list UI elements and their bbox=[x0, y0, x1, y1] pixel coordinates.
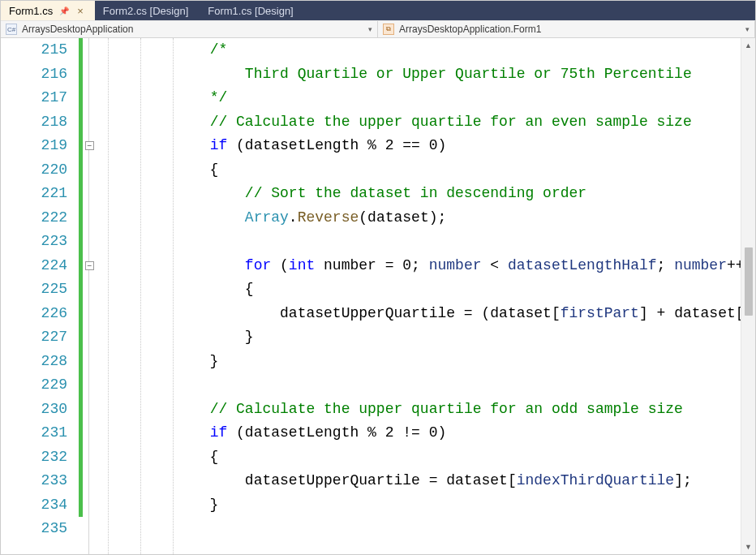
change-marker bbox=[79, 110, 85, 135]
line-number: 218 bbox=[1, 110, 79, 135]
fold-toggle[interactable]: − bbox=[85, 141, 94, 150]
line-number: 230 bbox=[1, 398, 79, 422]
change-marker bbox=[79, 182, 85, 206]
chevron-down-icon: ▾ bbox=[368, 25, 372, 33]
scope-project-label: ArraysDesktopApplication bbox=[22, 24, 133, 35]
scroll-down-button[interactable]: ▼ bbox=[741, 540, 756, 554]
change-marker-bar bbox=[79, 38, 85, 554]
code-line bbox=[100, 373, 741, 398]
change-marker bbox=[79, 254, 85, 278]
code-lines: /* Third Quartile or Upper Quartile or 7… bbox=[100, 38, 741, 541]
change-marker bbox=[79, 350, 85, 374]
change-marker bbox=[79, 373, 85, 398]
code-editor[interactable]: 2152162172182192202212222232242252262272… bbox=[1, 38, 755, 554]
tab-form1-cs[interactable]: Form1.cs 📌 × bbox=[1, 1, 95, 20]
line-number-gutter: 2152162172182192202212222232242252262272… bbox=[1, 38, 79, 554]
line-number: 232 bbox=[1, 445, 79, 470]
code-line: // Calculate the upper quartile for an o… bbox=[100, 398, 741, 422]
scroll-up-button[interactable]: ▲ bbox=[741, 38, 756, 53]
line-number: 223 bbox=[1, 230, 79, 254]
class-icon: ⧉ bbox=[383, 24, 394, 35]
change-marker bbox=[79, 38, 85, 62]
line-number: 217 bbox=[1, 86, 79, 110]
line-number: 234 bbox=[1, 493, 79, 518]
change-marker bbox=[79, 278, 85, 302]
line-number: 225 bbox=[1, 278, 79, 302]
tab-label: Form1.cs bbox=[9, 5, 53, 17]
code-line: { bbox=[100, 278, 741, 302]
code-area[interactable]: /* Third Quartile or Upper Quartile or 7… bbox=[100, 38, 741, 554]
change-marker bbox=[79, 469, 85, 493]
line-number: 220 bbox=[1, 158, 79, 183]
tab-form2-design[interactable]: Form2.cs [Design] bbox=[95, 1, 200, 20]
scope-project-dropdown[interactable]: C# ArraysDesktopApplication ▾ bbox=[1, 21, 378, 37]
change-marker bbox=[79, 445, 85, 470]
code-line: { bbox=[100, 158, 741, 183]
tab-label: Form2.cs [Design] bbox=[103, 5, 188, 17]
scroll-track[interactable] bbox=[741, 53, 755, 540]
change-marker bbox=[79, 62, 85, 87]
change-marker bbox=[79, 398, 85, 422]
tab-bar: Form1.cs 📌 × Form2.cs [Design] Form1.cs … bbox=[1, 1, 755, 20]
close-icon[interactable]: × bbox=[77, 5, 84, 17]
code-line: { bbox=[100, 445, 741, 470]
fold-toggle[interactable]: − bbox=[85, 261, 94, 270]
code-line: // Calculate the upper quartile for an e… bbox=[100, 110, 741, 135]
line-number: 224 bbox=[1, 254, 79, 278]
code-line bbox=[100, 230, 741, 254]
code-line: } bbox=[100, 493, 741, 518]
pin-icon[interactable]: 📌 bbox=[59, 6, 69, 15]
code-line: Array.Reverse(dataset); bbox=[100, 206, 741, 230]
change-marker bbox=[79, 134, 85, 158]
code-line: datasetUpperQuartile = dataset[indexThir… bbox=[100, 469, 741, 493]
change-marker bbox=[79, 493, 85, 518]
line-number: 227 bbox=[1, 325, 79, 350]
line-number: 222 bbox=[1, 206, 79, 230]
line-number: 216 bbox=[1, 62, 79, 87]
fold-outline-line bbox=[88, 38, 89, 554]
scope-class-label: ArraysDesktopApplication.Form1 bbox=[399, 24, 541, 35]
code-line: Third Quartile or Upper Quartile or 75th… bbox=[100, 62, 741, 87]
code-line: if (datasetLength % 2 != 0) bbox=[100, 421, 741, 445]
code-line: datasetUpperQuartile = (dataset[firstPar… bbox=[100, 302, 741, 326]
code-line: /* bbox=[100, 38, 741, 62]
code-line: if (datasetLength % 2 == 0) bbox=[100, 134, 741, 158]
vertical-scrollbar[interactable]: ▲ ▼ bbox=[741, 38, 755, 554]
line-number: 228 bbox=[1, 350, 79, 374]
code-line: } bbox=[100, 350, 741, 374]
code-line bbox=[100, 517, 741, 541]
line-number: 221 bbox=[1, 182, 79, 206]
line-number: 215 bbox=[1, 38, 79, 62]
line-number: 233 bbox=[1, 469, 79, 493]
csharp-icon: C# bbox=[6, 24, 17, 35]
line-number: 226 bbox=[1, 302, 79, 326]
change-marker bbox=[79, 206, 85, 230]
fold-outline: −− bbox=[85, 38, 100, 554]
line-number: 219 bbox=[1, 134, 79, 158]
navigation-bar: C# ArraysDesktopApplication ▾ ⧉ ArraysDe… bbox=[1, 20, 755, 38]
line-number: 231 bbox=[1, 421, 79, 445]
code-line: for (int number = 0; number < datasetLen… bbox=[100, 254, 741, 278]
change-marker bbox=[79, 517, 85, 541]
editor-window: Form1.cs 📌 × Form2.cs [Design] Form1.cs … bbox=[0, 0, 756, 555]
code-line: */ bbox=[100, 86, 741, 110]
change-marker bbox=[79, 158, 85, 183]
scroll-thumb[interactable] bbox=[745, 247, 753, 316]
change-marker bbox=[79, 325, 85, 350]
scope-class-dropdown[interactable]: ⧉ ArraysDesktopApplication.Form1 ▾ bbox=[378, 21, 755, 37]
change-marker bbox=[79, 86, 85, 110]
change-marker bbox=[79, 421, 85, 445]
tab-label: Form1.cs [Design] bbox=[208, 5, 293, 17]
change-marker bbox=[79, 302, 85, 326]
chevron-down-icon: ▾ bbox=[745, 25, 750, 33]
code-line: } bbox=[100, 325, 741, 350]
tab-form1-design[interactable]: Form1.cs [Design] bbox=[200, 1, 304, 20]
code-line: // Sort the dataset in descending order bbox=[100, 182, 741, 206]
change-marker bbox=[79, 230, 85, 254]
line-number: 235 bbox=[1, 517, 79, 541]
line-number: 229 bbox=[1, 373, 79, 398]
